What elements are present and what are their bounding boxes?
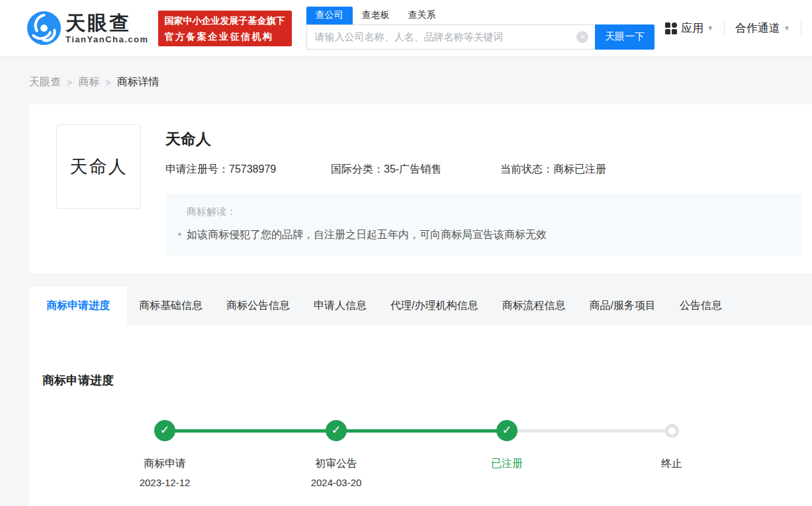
tianyancha-eye-icon [26, 11, 62, 46]
search-input[interactable] [306, 24, 596, 50]
progress-timeline: ✓ ✓ ✓ 商标申请 2023-12-12 初审公告 2024-03-20 已注… [29, 325, 812, 506]
field-registration-number: 申请注册号：75738979 [165, 163, 331, 177]
trademark-name: 天命人 [165, 130, 801, 148]
apps-grid-icon [665, 22, 677, 34]
breadcrumb: 天眼查 > 商标 > 商标详情 [29, 75, 812, 89]
step-check-icon: ✓ [326, 420, 347, 441]
nav-partner-label: 合作通道 [735, 21, 780, 36]
nav-divider [801, 21, 801, 36]
step-date-application: 2023-12-12 [99, 477, 231, 488]
clear-icon[interactable]: × [576, 31, 588, 43]
tab-process-info[interactable]: 商标流程信息 [490, 287, 577, 325]
bullet-icon: • [178, 229, 181, 239]
search-tabs: 查公司 查老板 查关系 [306, 7, 655, 24]
search-tab-boss[interactable]: 查老板 [353, 7, 399, 24]
field-international-class: 国际分类：35-广告销售 [331, 163, 500, 177]
detail-tab-bar: 商标申请进度 商标基础信息 商标公告信息 申请人信息 代理/办理机构信息 商标流… [29, 287, 812, 325]
timeline-line-pending [507, 429, 672, 433]
breadcrumb-current: 商标详情 [116, 75, 159, 89]
trademark-image: 天命人 [56, 124, 141, 209]
tab-gazette-info[interactable]: 公告信息 [668, 287, 734, 325]
search-tab-company[interactable]: 查公司 [306, 7, 353, 24]
nav-apps-label: 应用 [681, 21, 703, 36]
logo-brand-name: 天眼查 [66, 13, 149, 34]
field-current-status: 当前状态：商标已注册 [500, 163, 606, 177]
breadcrumb-separator: > [67, 77, 72, 88]
tianyancha-logo[interactable]: 天眼查 TianYanCha.com [26, 11, 149, 46]
application-progress-section: 商标申请进度 ✓ ✓ ✓ 商标申请 2023-12-12 初审公告 2024-0… [29, 325, 812, 506]
logo-domain: TianYanCha.com [66, 34, 149, 44]
top-header: 天眼查 TianYanCha.com 国家中小企业发展子基金旗下 官方备案企业征… [0, 0, 812, 57]
search-tab-relation[interactable]: 查关系 [399, 7, 445, 24]
official-credential-badge: 国家中小企业发展子基金旗下 官方备案企业征信机构 [158, 11, 292, 46]
breadcrumb-home[interactable]: 天眼查 [29, 75, 61, 89]
tab-goods-services[interactable]: 商品/服务项目 [577, 287, 667, 325]
badge-line-2: 官方备案企业征信机构 [165, 28, 285, 44]
tab-applicant-info[interactable]: 申请人信息 [302, 287, 379, 325]
step-label-registered: 已注册 [441, 456, 573, 470]
nav-partner-channel[interactable]: 合作通道 ▼ [735, 21, 790, 36]
tab-application-progress[interactable]: 商标申请进度 [29, 287, 127, 325]
step-pending-icon [665, 424, 679, 438]
search-button[interactable]: 天眼一下 [595, 24, 654, 50]
chevron-down-icon: ▼ [784, 24, 790, 32]
tab-basic-info[interactable]: 商标基础信息 [127, 287, 214, 325]
interpretation-item: •如该商标侵犯了您的品牌，自注册之日起五年内，可向商标局宣告该商标无效 [187, 228, 788, 242]
step-label-application: 商标申请 [99, 456, 231, 470]
step-label-preliminary: 初审公告 [270, 456, 402, 470]
header-nav: 应用 ▼ 合作通道 ▼ [665, 21, 812, 36]
badge-line-1: 国家中小企业发展子基金旗下 [165, 13, 285, 28]
step-check-icon: ✓ [154, 420, 175, 441]
search-module: 查公司 查老板 查关系 × 天眼一下 [306, 7, 655, 50]
trademark-card: 天命人 天命人 申请注册号：75738979 国际分类：35-广告销售 当前状态… [29, 105, 812, 273]
trademark-image-text: 天命人 [70, 155, 128, 179]
trademark-interpretation-box: 商标解读： •如该商标侵犯了您的品牌，自注册之日起五年内，可向商标局宣告该商标无… [165, 194, 801, 255]
chevron-down-icon: ▼ [707, 24, 713, 32]
nav-apps[interactable]: 应用 ▼ [665, 21, 713, 36]
tab-agency-info[interactable]: 代理/办理机构信息 [379, 287, 490, 325]
breadcrumb-separator: > [105, 77, 111, 88]
step-date-preliminary: 2024-03-20 [270, 477, 402, 488]
trademark-fields: 申请注册号：75738979 国际分类：35-广告销售 当前状态：商标已注册 [165, 163, 801, 177]
step-check-icon: ✓ [496, 420, 518, 441]
tab-announcement-info[interactable]: 商标公告信息 [214, 287, 302, 325]
nav-divider [724, 21, 725, 36]
breadcrumb-trademark[interactable]: 商标 [78, 75, 99, 89]
step-label-terminated: 终止 [606, 456, 738, 470]
interpretation-title: 商标解读： [187, 206, 788, 218]
